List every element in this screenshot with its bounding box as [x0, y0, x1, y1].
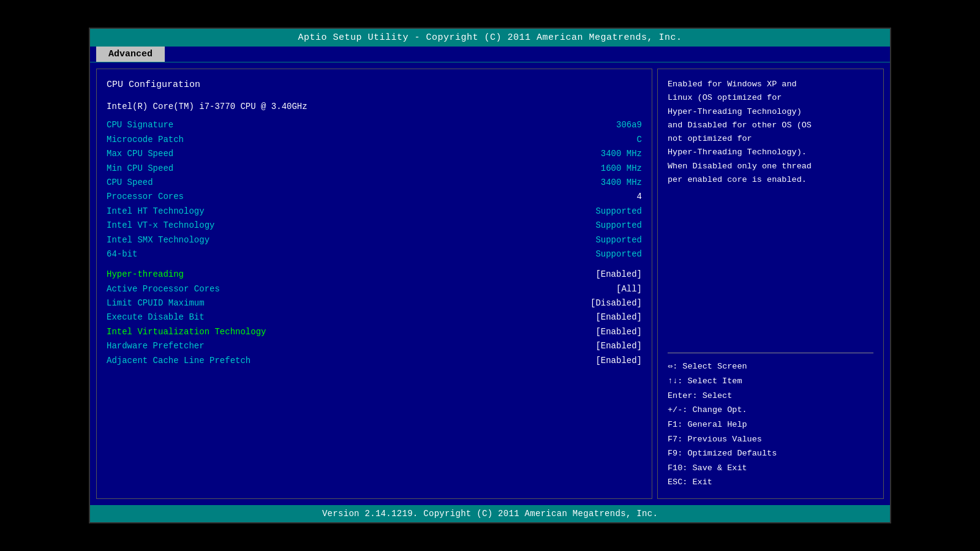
key-select-screen: ⇔: Select Screen: [668, 359, 873, 374]
info-value-max-speed: 3400 MHz: [601, 147, 642, 160]
info-value-cpu-signature: 306a9: [616, 118, 642, 132]
setting-row-cpuid[interactable]: Limit CPUID Maximum [Disabled]: [107, 296, 642, 310]
info-label-proc-cores: Processor Cores: [107, 190, 278, 203]
info-label-microcode: Microcode Patch: [107, 133, 278, 146]
cpu-model: Intel(R) Core(TM) i7-3770 CPU @ 3.40GHz: [107, 100, 642, 113]
setting-label-xd: Execute Disable Bit: [107, 310, 278, 324]
info-row-64bit: 64-bit Supported: [107, 247, 642, 261]
setting-value-hw-prefetch: [Enabled]: [595, 339, 642, 353]
setting-label-virt: Intel Virtualization Technology: [107, 325, 278, 339]
info-value-ht: Supported: [595, 204, 642, 218]
setting-value-hyperthreading: [Enabled]: [595, 268, 642, 281]
info-label-vtx: Intel VT-x Technology: [107, 219, 278, 232]
info-row-microcode: Microcode Patch C: [107, 133, 642, 146]
info-value-64bit: Supported: [595, 247, 642, 261]
info-value-min-speed: 1600 MHz: [601, 162, 642, 175]
setting-row-virt[interactable]: Intel Virtualization Technology [Enabled…: [107, 325, 642, 339]
info-row-cpu-signature: CPU Signature 306a9: [107, 118, 642, 132]
footer-bar: Version 2.14.1219. Copyright (C) 2011 Am…: [90, 505, 890, 522]
setting-label-active-proc: Active Processor Cores: [107, 282, 278, 296]
info-row-max-speed: Max CPU Speed 3400 MHz: [107, 147, 642, 160]
info-value-vtx: Supported: [595, 219, 642, 232]
setting-label-adj-cache: Adjacent Cache Line Prefetch: [107, 354, 278, 367]
main-content: CPU Configuration Intel(R) Core(TM) i7-3…: [90, 62, 890, 505]
tab-advanced[interactable]: Advanced: [96, 47, 165, 62]
setting-row-hw-prefetch[interactable]: Hardware Prefetcher [Enabled]: [107, 339, 642, 353]
setting-row-hyperthreading[interactable]: Hyper-threading [Enabled]: [107, 268, 642, 281]
info-label-64bit: 64-bit: [107, 247, 278, 261]
key-f9: F9: Optimized Defaults: [668, 446, 873, 461]
left-panel: CPU Configuration Intel(R) Core(TM) i7-3…: [96, 69, 652, 499]
key-select-item: ↑↓: Select Item: [668, 374, 873, 389]
section-title: CPU Configuration: [107, 78, 642, 92]
setting-row-adj-cache[interactable]: Adjacent Cache Line Prefetch [Enabled]: [107, 354, 642, 367]
setting-row-active-proc[interactable]: Active Processor Cores [All]: [107, 282, 642, 296]
setting-value-xd: [Enabled]: [595, 310, 642, 324]
info-row-vtx: Intel VT-x Technology Supported: [107, 219, 642, 232]
key-enter: Enter: Select: [668, 389, 873, 403]
info-row-cpu-speed: CPU Speed 3400 MHz: [107, 176, 642, 189]
info-value-smx: Supported: [595, 233, 642, 247]
help-text: Enabled for Windows XP and Linux (OS opt…: [668, 78, 873, 347]
info-label-min-speed: Min CPU Speed: [107, 162, 278, 175]
setting-label-cpuid: Limit CPUID Maximum: [107, 296, 278, 310]
right-panel: Enabled for Windows XP and Linux (OS opt…: [657, 69, 884, 499]
info-row-proc-cores: Processor Cores 4: [107, 190, 642, 203]
info-label-cpu-speed: CPU Speed: [107, 176, 278, 189]
info-label-max-speed: Max CPU Speed: [107, 147, 278, 160]
title-text: Aptio Setup Utility - Copyright (C) 2011…: [298, 32, 682, 43]
info-label-smx: Intel SMX Technology: [107, 233, 278, 247]
nav-bar: Advanced: [90, 47, 890, 62]
info-value-proc-cores: 4: [637, 190, 642, 203]
divider: [668, 353, 873, 353]
info-rows: CPU Signature 306a9 Microcode Patch C Ma…: [107, 118, 642, 261]
info-row-min-speed: Min CPU Speed 1600 MHz: [107, 162, 642, 175]
key-change-opt: +/-: Change Opt.: [668, 403, 873, 418]
key-esc: ESC: Exit: [668, 475, 873, 490]
info-label-ht: Intel HT Technology: [107, 204, 278, 218]
key-f10: F10: Save & Exit: [668, 461, 873, 476]
key-f7: F7: Previous Values: [668, 432, 873, 447]
setting-label-hw-prefetch: Hardware Prefetcher: [107, 339, 278, 353]
settings-rows: Hyper-threading [Enabled] Active Process…: [107, 268, 642, 367]
info-row-smx: Intel SMX Technology Supported: [107, 233, 642, 247]
key-legend: ⇔: Select Screen ↑↓: Select Item Enter: …: [668, 359, 873, 490]
info-row-ht: Intel HT Technology Supported: [107, 204, 642, 218]
setting-label-hyperthreading: Hyper-threading: [107, 268, 278, 281]
setting-value-active-proc: [All]: [616, 282, 642, 296]
setting-row-xd[interactable]: Execute Disable Bit [Enabled]: [107, 310, 642, 324]
info-value-microcode: C: [637, 133, 642, 146]
info-label-cpu-signature: CPU Signature: [107, 118, 278, 132]
setting-value-virt: [Enabled]: [595, 325, 642, 339]
footer-text: Version 2.14.1219. Copyright (C) 2011 Am…: [322, 509, 658, 519]
title-bar: Aptio Setup Utility - Copyright (C) 2011…: [90, 29, 890, 47]
info-value-cpu-speed: 3400 MHz: [601, 176, 642, 189]
setting-value-cpuid: [Disabled]: [590, 296, 642, 310]
setting-value-adj-cache: [Enabled]: [595, 354, 642, 367]
key-f1: F1: General Help: [668, 418, 873, 432]
